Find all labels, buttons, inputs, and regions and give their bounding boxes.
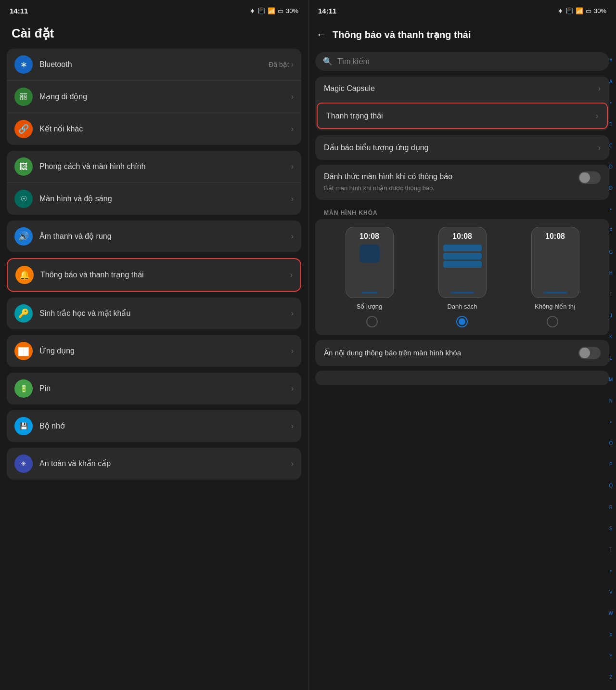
- wake-text-block: Đánh thức màn hình khi có thông báo Bật …: [324, 171, 578, 193]
- alpha-C[interactable]: C: [609, 143, 613, 149]
- wifi-icon: 📶: [268, 7, 275, 14]
- alpha-R[interactable]: R: [609, 505, 613, 510]
- battery-setting-icon: 🔋: [14, 379, 33, 398]
- chevron-icon: ›: [291, 195, 294, 203]
- alpha-D1[interactable]: D: [609, 164, 613, 170]
- left-battery-text: 30%: [286, 7, 298, 14]
- radio-list[interactable]: [456, 316, 468, 327]
- right-panel-inner: 14:11 ∗ 📳 📶 ▭ 30% ← Thông báo và thanh t…: [308, 0, 616, 690]
- settings-item-battery[interactable]: 🔋 Pin ›: [7, 373, 301, 404]
- alpha-H[interactable]: H: [609, 271, 613, 276]
- storage-label: Bộ nhớ: [39, 421, 291, 431]
- right-item-magic-capsule[interactable]: Magic Capsule ›: [315, 77, 609, 101]
- fingerprint-icon: 🔑: [14, 304, 33, 323]
- settings-item-style[interactable]: 🖼 Phong cách và màn hình chính ›: [7, 151, 301, 183]
- storage-icon: 💾: [14, 417, 33, 435]
- alpha-dot2: •: [609, 207, 613, 212]
- settings-item-sound[interactable]: 🔊 Âm thanh và độ rung ›: [7, 221, 301, 252]
- settings-item-apps[interactable]: ██ Ứng dụng ›: [7, 335, 301, 367]
- alpha-S[interactable]: S: [609, 526, 613, 532]
- back-button[interactable]: ←: [316, 28, 327, 41]
- chevron-icon: ›: [291, 232, 294, 241]
- alpha-B[interactable]: B: [609, 122, 613, 128]
- biometric-label: Sinh trắc học và mật khẩu: [39, 309, 291, 319]
- phone-time-none: 10:08: [545, 232, 565, 241]
- chevron-icon: ›: [290, 271, 293, 279]
- right-item-status-bar[interactable]: Thanh trạng thái ›: [317, 103, 608, 129]
- chevron-icon: ›: [291, 162, 294, 171]
- left-status-bar: 14:11 ∗ 📳 📶 ▭ 30%: [0, 0, 308, 21]
- search-placeholder-text: Tìm kiếm: [337, 57, 370, 66]
- radio-count[interactable]: [366, 316, 378, 327]
- style-label: Phong cách và màn hình chính: [39, 162, 291, 172]
- alpha-Y[interactable]: Y: [609, 653, 613, 659]
- radio-none[interactable]: [547, 316, 558, 327]
- chevron-icon: ›: [291, 60, 294, 69]
- settings-group-apps: ██ Ứng dụng ›: [7, 335, 301, 367]
- settings-item-bluetooth[interactable]: ∗ Bluetooth Đã bật ›: [7, 49, 301, 81]
- settings-item-connections[interactable]: 🔗 Kết nối khác ›: [7, 113, 301, 145]
- alpha-V[interactable]: V: [609, 589, 613, 595]
- toggle-knob: [579, 348, 590, 358]
- alpha-L[interactable]: L: [609, 355, 613, 361]
- wake-toggle[interactable]: [578, 171, 601, 184]
- alpha-X[interactable]: X: [609, 632, 613, 638]
- wifi-icon: 📶: [576, 7, 583, 14]
- bluetooth-icon: ∗: [14, 55, 33, 74]
- alpha-Z[interactable]: Z: [609, 675, 613, 680]
- settings-item-brightness[interactable]: ☉ Màn hình và độ sáng ›: [7, 183, 301, 215]
- settings-group-safety: ✳ An toàn và khẩn cấp ›: [7, 448, 301, 480]
- settings-item-storage[interactable]: 💾 Bộ nhớ ›: [7, 410, 301, 442]
- badge-label: Dấu báo biểu tượng ứng dụng: [324, 143, 598, 152]
- right-item-partial: [315, 371, 609, 385]
- alpha-K[interactable]: K: [609, 334, 613, 340]
- settings-item-biometric[interactable]: 🔑 Sinh trắc học và mật khẩu ›: [7, 298, 301, 329]
- alpha-M[interactable]: M: [609, 377, 613, 383]
- hide-notif-toggle[interactable]: [578, 347, 601, 359]
- right-status-time: 14:11: [318, 7, 336, 15]
- alpha-J[interactable]: J: [609, 313, 613, 319]
- alpha-I[interactable]: I: [609, 292, 613, 298]
- alpha-F[interactable]: F: [609, 228, 613, 234]
- none-option-label: Không hiển thị: [535, 303, 576, 310]
- alpha-P[interactable]: P: [609, 462, 613, 468]
- bluetooth-status: Đã bật: [269, 61, 289, 68]
- alpha-hash[interactable]: #: [609, 58, 613, 64]
- alpha-T[interactable]: T: [609, 547, 613, 553]
- sound-label: Âm thanh và độ rung: [39, 232, 291, 242]
- page-title: Cài đặt: [12, 26, 296, 41]
- right-header: ← Thông báo và thanh trạng thái: [308, 21, 616, 48]
- settings-group-notifications: 🔔 Thông báo và thanh trạng thái ›: [7, 258, 301, 292]
- chevron-icon: ›: [598, 84, 601, 93]
- chevron-icon: ›: [291, 92, 294, 101]
- chevron-icon: ›: [291, 125, 294, 133]
- alpha-W[interactable]: W: [609, 611, 613, 616]
- bluetooth-label: Bluetooth: [39, 60, 269, 70]
- connections-label: Kết nối khác: [39, 124, 291, 134]
- battery-icon: ▭: [278, 7, 283, 14]
- right-page-title: Thông báo và thanh trạng thái: [333, 29, 471, 40]
- search-bar[interactable]: 🔍 Tìm kiếm: [315, 52, 609, 71]
- alpha-Q[interactable]: Q: [609, 483, 613, 489]
- count-option-label: Số lượng: [357, 303, 383, 310]
- settings-group-connectivity: ∗ Bluetooth Đã bật › 丽 Mạng di động › 🔗 …: [7, 49, 301, 145]
- alpha-O[interactable]: O: [609, 441, 613, 446]
- bluetooth-icon: ∗: [558, 7, 563, 14]
- phone-time-list: 10:08: [452, 232, 472, 241]
- right-item-badge[interactable]: Dấu báo biểu tượng ứng dụng ›: [315, 135, 609, 160]
- phone-preview-list: 10:08: [438, 227, 487, 298]
- settings-item-mobile[interactable]: 丽 Mạng di động ›: [7, 81, 301, 113]
- lock-screens-row: 10:08 Số lượng 10:08: [323, 227, 602, 310]
- alpha-A[interactable]: A: [609, 79, 613, 85]
- phone-preview-count: 10:08: [346, 227, 394, 298]
- bluetooth-icon: ∗: [250, 7, 255, 14]
- alpha-D2[interactable]: D: [609, 185, 613, 191]
- alpha-G[interactable]: G: [609, 249, 613, 255]
- settings-item-notifications[interactable]: 🔔 Thông báo và thanh trạng thái ›: [8, 259, 300, 291]
- alpha-dot3: •: [609, 419, 613, 425]
- bottom-toggle-item: Ẩn nội dung thông báo trên màn hình khóa: [315, 340, 609, 366]
- notif-bar-2: [443, 253, 482, 260]
- settings-item-safety[interactable]: ✳ An toàn và khẩn cấp ›: [7, 448, 301, 480]
- hide-notif-label: Ẩn nội dung thông báo trên màn hình khóa: [324, 348, 578, 358]
- alpha-N[interactable]: N: [609, 398, 613, 404]
